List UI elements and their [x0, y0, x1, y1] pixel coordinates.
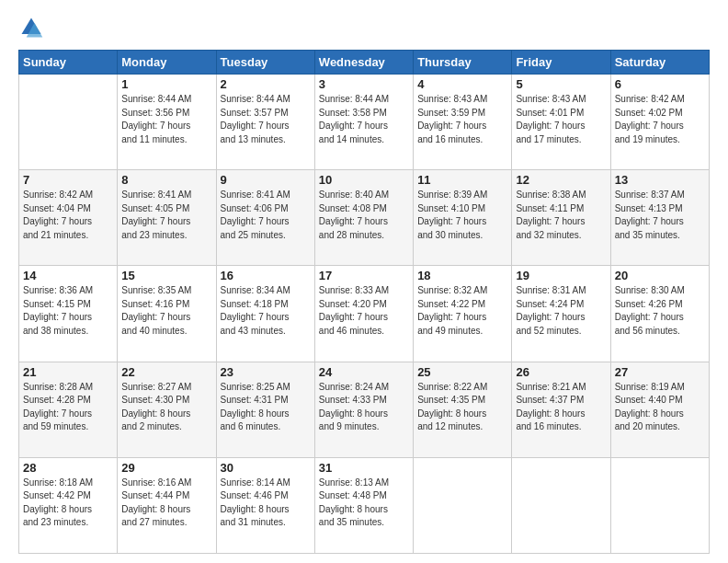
calendar-cell: 14Sunrise: 8:36 AM Sunset: 4:15 PM Dayli… — [19, 266, 118, 362]
day-info: Sunrise: 8:36 AM Sunset: 4:15 PM Dayligh… — [23, 284, 113, 338]
day-number: 13 — [615, 173, 705, 187]
calendar-cell: 11Sunrise: 8:39 AM Sunset: 4:10 PM Dayli… — [414, 170, 512, 266]
day-number: 11 — [417, 173, 507, 187]
calendar-cell: 9Sunrise: 8:41 AM Sunset: 4:06 PM Daylig… — [216, 170, 314, 266]
calendar-cell: 2Sunrise: 8:44 AM Sunset: 3:57 PM Daylig… — [216, 75, 314, 170]
header — [18, 15, 710, 40]
day-number: 3 — [319, 77, 409, 91]
calendar-cell: 8Sunrise: 8:41 AM Sunset: 4:05 PM Daylig… — [118, 170, 216, 266]
calendar-cell: 12Sunrise: 8:38 AM Sunset: 4:11 PM Dayli… — [512, 170, 610, 266]
calendar-cell: 23Sunrise: 8:25 AM Sunset: 4:31 PM Dayli… — [216, 362, 314, 457]
day-number: 15 — [121, 269, 211, 282]
day-info: Sunrise: 8:22 AM Sunset: 4:35 PM Dayligh… — [417, 381, 507, 434]
day-number: 16 — [221, 269, 311, 282]
calendar-cell: 3Sunrise: 8:44 AM Sunset: 3:58 PM Daylig… — [314, 75, 413, 170]
day-number: 2 — [221, 77, 311, 91]
day-info: Sunrise: 8:40 AM Sunset: 4:08 PM Dayligh… — [319, 189, 409, 242]
calendar-cell: 21Sunrise: 8:28 AM Sunset: 4:28 PM Dayli… — [19, 362, 118, 457]
calendar-cell: 26Sunrise: 8:21 AM Sunset: 4:37 PM Dayli… — [512, 362, 610, 457]
weekday-header-monday: Monday — [118, 51, 216, 75]
calendar-cell: 27Sunrise: 8:19 AM Sunset: 4:40 PM Dayli… — [610, 362, 709, 457]
calendar-cell: 31Sunrise: 8:13 AM Sunset: 4:48 PM Dayli… — [314, 457, 413, 553]
day-number: 22 — [121, 365, 211, 379]
day-number: 23 — [221, 365, 311, 379]
day-info: Sunrise: 8:33 AM Sunset: 4:20 PM Dayligh… — [319, 284, 409, 338]
day-info: Sunrise: 8:38 AM Sunset: 4:11 PM Dayligh… — [516, 189, 606, 242]
day-number: 24 — [319, 365, 409, 379]
day-number: 21 — [23, 365, 113, 379]
calendar-cell: 16Sunrise: 8:34 AM Sunset: 4:18 PM Dayli… — [216, 266, 314, 362]
day-number: 30 — [221, 461, 311, 475]
calendar-cell: 24Sunrise: 8:24 AM Sunset: 4:33 PM Dayli… — [314, 362, 413, 457]
week-row-4: 28Sunrise: 8:18 AM Sunset: 4:42 PM Dayli… — [19, 457, 710, 553]
week-row-2: 14Sunrise: 8:36 AM Sunset: 4:15 PM Dayli… — [19, 266, 710, 362]
day-number: 14 — [23, 269, 113, 282]
week-row-3: 21Sunrise: 8:28 AM Sunset: 4:28 PM Dayli… — [19, 362, 710, 457]
day-number: 9 — [221, 173, 311, 187]
day-info: Sunrise: 8:25 AM Sunset: 4:31 PM Dayligh… — [221, 381, 311, 434]
calendar-cell: 4Sunrise: 8:43 AM Sunset: 3:59 PM Daylig… — [414, 75, 512, 170]
day-number: 28 — [23, 461, 113, 475]
day-info: Sunrise: 8:42 AM Sunset: 4:04 PM Dayligh… — [23, 189, 113, 242]
day-number: 12 — [516, 173, 606, 187]
day-info: Sunrise: 8:35 AM Sunset: 4:16 PM Dayligh… — [121, 284, 211, 338]
day-number: 31 — [319, 461, 409, 475]
calendar-cell — [19, 75, 118, 170]
calendar-cell: 6Sunrise: 8:42 AM Sunset: 4:02 PM Daylig… — [610, 75, 709, 170]
day-number: 20 — [615, 269, 705, 282]
day-info: Sunrise: 8:44 AM Sunset: 3:56 PM Dayligh… — [121, 93, 211, 146]
day-info: Sunrise: 8:30 AM Sunset: 4:26 PM Dayligh… — [615, 284, 705, 338]
page: SundayMondayTuesdayWednesdayThursdayFrid… — [0, 0, 728, 563]
calendar-cell: 5Sunrise: 8:43 AM Sunset: 4:01 PM Daylig… — [512, 75, 610, 170]
day-info: Sunrise: 8:18 AM Sunset: 4:42 PM Dayligh… — [23, 477, 113, 530]
logo-icon — [18, 15, 44, 40]
calendar-cell — [414, 457, 512, 553]
day-number: 26 — [516, 365, 606, 379]
calendar-cell: 7Sunrise: 8:42 AM Sunset: 4:04 PM Daylig… — [19, 170, 118, 266]
calendar-cell: 29Sunrise: 8:16 AM Sunset: 4:44 PM Dayli… — [118, 457, 216, 553]
calendar-cell: 1Sunrise: 8:44 AM Sunset: 3:56 PM Daylig… — [118, 75, 216, 170]
day-info: Sunrise: 8:28 AM Sunset: 4:28 PM Dayligh… — [23, 381, 113, 434]
week-row-1: 7Sunrise: 8:42 AM Sunset: 4:04 PM Daylig… — [19, 170, 710, 266]
day-number: 8 — [121, 173, 211, 187]
calendar-cell: 28Sunrise: 8:18 AM Sunset: 4:42 PM Dayli… — [19, 457, 118, 553]
weekday-header-thursday: Thursday — [414, 51, 512, 75]
weekday-header-friday: Friday — [512, 51, 610, 75]
day-info: Sunrise: 8:42 AM Sunset: 4:02 PM Dayligh… — [615, 93, 705, 146]
calendar-cell — [610, 457, 709, 553]
day-info: Sunrise: 8:34 AM Sunset: 4:18 PM Dayligh… — [221, 284, 311, 338]
week-row-0: 1Sunrise: 8:44 AM Sunset: 3:56 PM Daylig… — [19, 75, 710, 170]
day-info: Sunrise: 8:16 AM Sunset: 4:44 PM Dayligh… — [121, 477, 211, 530]
weekday-header-sunday: Sunday — [19, 51, 118, 75]
calendar-cell — [512, 457, 610, 553]
day-number: 29 — [121, 461, 211, 475]
day-info: Sunrise: 8:44 AM Sunset: 3:58 PM Dayligh… — [319, 93, 409, 146]
weekday-header-wednesday: Wednesday — [314, 51, 413, 75]
day-info: Sunrise: 8:43 AM Sunset: 3:59 PM Dayligh… — [417, 93, 507, 146]
day-number: 6 — [615, 77, 705, 91]
calendar-cell: 19Sunrise: 8:31 AM Sunset: 4:24 PM Dayli… — [512, 266, 610, 362]
day-number: 27 — [615, 365, 705, 379]
calendar-cell: 18Sunrise: 8:32 AM Sunset: 4:22 PM Dayli… — [414, 266, 512, 362]
day-info: Sunrise: 8:21 AM Sunset: 4:37 PM Dayligh… — [516, 381, 606, 434]
day-info: Sunrise: 8:14 AM Sunset: 4:46 PM Dayligh… — [221, 477, 311, 530]
calendar-cell: 20Sunrise: 8:30 AM Sunset: 4:26 PM Dayli… — [610, 266, 709, 362]
calendar-cell: 13Sunrise: 8:37 AM Sunset: 4:13 PM Dayli… — [610, 170, 709, 266]
calendar-cell: 25Sunrise: 8:22 AM Sunset: 4:35 PM Dayli… — [414, 362, 512, 457]
logo — [18, 15, 48, 40]
day-info: Sunrise: 8:32 AM Sunset: 4:22 PM Dayligh… — [417, 284, 507, 338]
day-info: Sunrise: 8:44 AM Sunset: 3:57 PM Dayligh… — [221, 93, 311, 146]
day-info: Sunrise: 8:43 AM Sunset: 4:01 PM Dayligh… — [516, 93, 606, 146]
day-info: Sunrise: 8:41 AM Sunset: 4:06 PM Dayligh… — [221, 189, 311, 242]
day-info: Sunrise: 8:27 AM Sunset: 4:30 PM Dayligh… — [121, 381, 211, 434]
calendar-cell: 30Sunrise: 8:14 AM Sunset: 4:46 PM Dayli… — [216, 457, 314, 553]
day-number: 17 — [319, 269, 409, 282]
day-info: Sunrise: 8:24 AM Sunset: 4:33 PM Dayligh… — [319, 381, 409, 434]
day-number: 4 — [417, 77, 507, 91]
day-info: Sunrise: 8:41 AM Sunset: 4:05 PM Dayligh… — [121, 189, 211, 242]
day-number: 19 — [516, 269, 606, 282]
day-number: 5 — [516, 77, 606, 91]
day-info: Sunrise: 8:31 AM Sunset: 4:24 PM Dayligh… — [516, 284, 606, 338]
weekday-header-tuesday: Tuesday — [216, 51, 314, 75]
day-number: 1 — [121, 77, 211, 91]
